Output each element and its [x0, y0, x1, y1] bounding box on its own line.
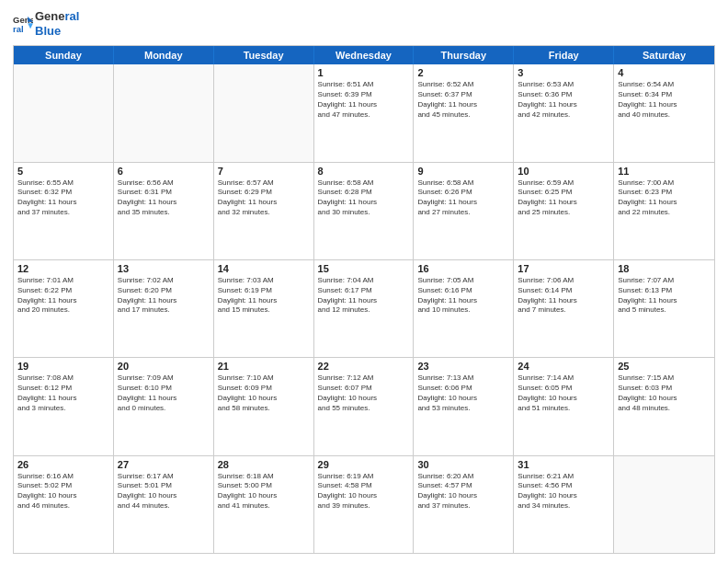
day-details: Sunrise: 6:56 AM Sunset: 6:31 PM Dayligh… — [118, 178, 210, 218]
calendar-empty-cell — [114, 64, 214, 161]
calendar-header: SundayMondayTuesdayWednesdayThursdayFrid… — [14, 46, 714, 64]
day-details: Sunrise: 6:52 AM Sunset: 6:37 PM Dayligh… — [417, 80, 509, 120]
svg-text:ral: ral — [13, 23, 24, 33]
calendar-day-11: 11Sunrise: 7:00 AM Sunset: 6:23 PM Dayli… — [614, 163, 714, 259]
calendar-empty-cell — [614, 456, 714, 553]
calendar-day-27: 27Sunrise: 6:17 AM Sunset: 5:01 PM Dayli… — [114, 456, 214, 553]
day-details: Sunrise: 6:59 AM Sunset: 6:25 PM Dayligh… — [518, 178, 609, 218]
calendar-day-13: 13Sunrise: 7:02 AM Sunset: 6:20 PM Dayli… — [114, 260, 214, 357]
calendar-day-1: 1Sunrise: 6:51 AM Sunset: 6:39 PM Daylig… — [314, 64, 415, 161]
calendar-day-9: 9Sunrise: 6:58 AM Sunset: 6:26 PM Daylig… — [414, 163, 514, 259]
day-details: Sunrise: 7:05 AM Sunset: 6:16 PM Dayligh… — [417, 276, 509, 316]
calendar-day-4: 4Sunrise: 6:54 AM Sunset: 6:34 PM Daylig… — [614, 64, 714, 161]
day-details: Sunrise: 6:18 AM Sunset: 5:00 PM Dayligh… — [218, 472, 310, 511]
day-details: Sunrise: 6:21 AM Sunset: 4:56 PM Dayligh… — [518, 472, 609, 511]
day-number: 11 — [618, 166, 711, 177]
day-details: Sunrise: 7:01 AM Sunset: 6:22 PM Dayligh… — [17, 276, 109, 316]
day-details: Sunrise: 7:07 AM Sunset: 6:13 PM Dayligh… — [618, 276, 711, 316]
day-details: Sunrise: 7:12 AM Sunset: 6:07 PM Dayligh… — [318, 373, 410, 413]
calendar-day-10: 10Sunrise: 6:59 AM Sunset: 6:25 PM Dayli… — [514, 163, 614, 259]
day-number: 2 — [417, 67, 509, 78]
calendar-day-5: 5Sunrise: 6:55 AM Sunset: 6:32 PM Daylig… — [14, 163, 114, 259]
weekday-header-tuesday: Tuesday — [214, 46, 314, 64]
calendar-row-5: 26Sunrise: 6:16 AM Sunset: 5:02 PM Dayli… — [14, 455, 714, 553]
day-number: 20 — [118, 361, 210, 372]
day-number: 31 — [518, 459, 609, 470]
day-details: Sunrise: 7:14 AM Sunset: 6:05 PM Dayligh… — [518, 373, 609, 413]
day-details: Sunrise: 6:58 AM Sunset: 6:26 PM Dayligh… — [417, 178, 509, 218]
calendar-day-17: 17Sunrise: 7:06 AM Sunset: 6:14 PM Dayli… — [514, 260, 614, 357]
day-details: Sunrise: 6:58 AM Sunset: 6:28 PM Dayligh… — [318, 178, 410, 218]
day-details: Sunrise: 6:57 AM Sunset: 6:29 PM Dayligh… — [218, 178, 310, 218]
day-number: 24 — [518, 361, 609, 372]
day-number: 23 — [417, 361, 509, 372]
calendar-day-20: 20Sunrise: 7:09 AM Sunset: 6:10 PM Dayli… — [114, 358, 214, 454]
day-details: Sunrise: 6:16 AM Sunset: 5:02 PM Dayligh… — [17, 472, 109, 511]
day-number: 27 — [118, 459, 210, 470]
calendar-day-16: 16Sunrise: 7:05 AM Sunset: 6:16 PM Dayli… — [414, 260, 514, 357]
day-number: 25 — [618, 361, 711, 372]
day-details: Sunrise: 6:55 AM Sunset: 6:32 PM Dayligh… — [17, 178, 109, 218]
calendar-day-14: 14Sunrise: 7:03 AM Sunset: 6:19 PM Dayli… — [214, 260, 314, 357]
day-details: Sunrise: 6:17 AM Sunset: 5:01 PM Dayligh… — [118, 472, 210, 511]
day-details: Sunrise: 7:15 AM Sunset: 6:03 PM Dayligh… — [618, 373, 711, 413]
calendar-day-3: 3Sunrise: 6:53 AM Sunset: 6:36 PM Daylig… — [514, 64, 614, 161]
day-number: 26 — [17, 459, 109, 470]
day-number: 8 — [318, 166, 410, 177]
day-details: Sunrise: 7:10 AM Sunset: 6:09 PM Dayligh… — [218, 373, 310, 413]
day-number: 18 — [618, 263, 711, 274]
day-number: 12 — [17, 263, 109, 274]
calendar-day-23: 23Sunrise: 7:13 AM Sunset: 6:06 PM Dayli… — [414, 358, 514, 454]
weekday-header-friday: Friday — [514, 46, 614, 64]
calendar-row-2: 5Sunrise: 6:55 AM Sunset: 6:32 PM Daylig… — [14, 162, 714, 259]
calendar-day-12: 12Sunrise: 7:01 AM Sunset: 6:22 PM Dayli… — [14, 260, 114, 357]
weekday-header-wednesday: Wednesday — [314, 46, 415, 64]
day-details: Sunrise: 6:54 AM Sunset: 6:34 PM Dayligh… — [618, 80, 711, 120]
day-number: 3 — [518, 67, 609, 78]
day-details: Sunrise: 7:00 AM Sunset: 6:23 PM Dayligh… — [618, 178, 711, 218]
calendar: SundayMondayTuesdayWednesdayThursdayFrid… — [13, 45, 715, 554]
day-number: 9 — [417, 166, 509, 177]
day-details: Sunrise: 7:04 AM Sunset: 6:17 PM Dayligh… — [318, 276, 410, 316]
day-details: Sunrise: 6:20 AM Sunset: 4:57 PM Dayligh… — [417, 472, 509, 511]
day-number: 1 — [318, 67, 410, 78]
day-details: Sunrise: 6:51 AM Sunset: 6:39 PM Dayligh… — [318, 80, 410, 120]
calendar-day-2: 2Sunrise: 6:52 AM Sunset: 6:37 PM Daylig… — [414, 64, 514, 161]
calendar-day-25: 25Sunrise: 7:15 AM Sunset: 6:03 PM Dayli… — [614, 358, 714, 454]
day-details: Sunrise: 7:02 AM Sunset: 6:20 PM Dayligh… — [118, 276, 210, 316]
calendar-row-1: 1Sunrise: 6:51 AM Sunset: 6:39 PM Daylig… — [14, 64, 714, 161]
calendar-day-28: 28Sunrise: 6:18 AM Sunset: 5:00 PM Dayli… — [214, 456, 314, 553]
calendar-empty-cell — [14, 64, 114, 161]
logo-icon: Gene ral — [13, 14, 33, 34]
day-details: Sunrise: 7:06 AM Sunset: 6:14 PM Dayligh… — [518, 276, 609, 316]
day-number: 17 — [518, 263, 609, 274]
day-number: 22 — [318, 361, 410, 372]
svg-marker-3 — [28, 23, 33, 29]
calendar-day-29: 29Sunrise: 6:19 AM Sunset: 4:58 PM Dayli… — [314, 456, 415, 553]
calendar-day-7: 7Sunrise: 6:57 AM Sunset: 6:29 PM Daylig… — [214, 163, 314, 259]
day-details: Sunrise: 7:13 AM Sunset: 6:06 PM Dayligh… — [417, 373, 509, 413]
weekday-header-saturday: Saturday — [614, 46, 714, 64]
weekday-header-sunday: Sunday — [14, 46, 114, 64]
day-details: Sunrise: 6:19 AM Sunset: 4:58 PM Dayligh… — [318, 472, 410, 511]
day-number: 14 — [218, 263, 310, 274]
day-number: 13 — [118, 263, 210, 274]
calendar-body: 1Sunrise: 6:51 AM Sunset: 6:39 PM Daylig… — [14, 64, 714, 553]
day-number: 21 — [218, 361, 310, 372]
calendar-day-26: 26Sunrise: 6:16 AM Sunset: 5:02 PM Dayli… — [14, 456, 114, 553]
day-number: 16 — [417, 263, 509, 274]
day-number: 7 — [218, 166, 310, 177]
weekday-header-thursday: Thursday — [414, 46, 514, 64]
day-number: 19 — [17, 361, 109, 372]
calendar-empty-cell — [214, 64, 314, 161]
calendar-day-15: 15Sunrise: 7:04 AM Sunset: 6:17 PM Dayli… — [314, 260, 415, 357]
day-details: Sunrise: 7:03 AM Sunset: 6:19 PM Dayligh… — [218, 276, 310, 316]
day-number: 29 — [318, 459, 410, 470]
calendar-day-8: 8Sunrise: 6:58 AM Sunset: 6:28 PM Daylig… — [314, 163, 415, 259]
calendar-day-21: 21Sunrise: 7:10 AM Sunset: 6:09 PM Dayli… — [214, 358, 314, 454]
day-number: 28 — [218, 459, 310, 470]
calendar-row-3: 12Sunrise: 7:01 AM Sunset: 6:22 PM Dayli… — [14, 259, 714, 357]
calendar-day-31: 31Sunrise: 6:21 AM Sunset: 4:56 PM Dayli… — [514, 456, 614, 553]
day-number: 30 — [417, 459, 509, 470]
page-header: Gene ral General Blue — [13, 9, 715, 38]
